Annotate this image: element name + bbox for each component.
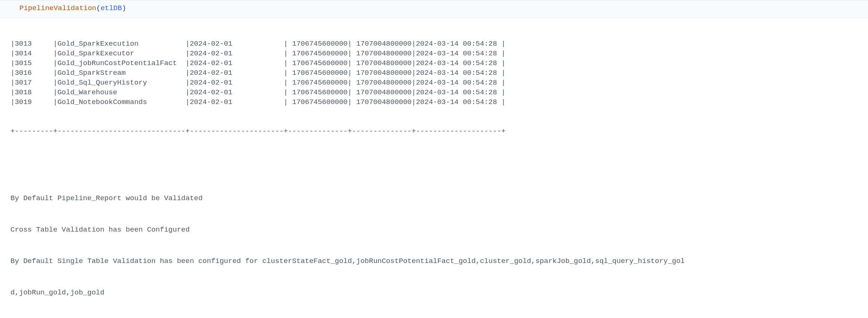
table-row: |3018 |Gold_Warehouse |2024-02-01 | 1706… xyxy=(10,88,868,97)
table-row: |3017 |Gold_Sql_QueryHistory |2024-02-01… xyxy=(10,78,868,88)
msg-single-table-b: d,jobRun_gold,job_gold xyxy=(10,287,868,298)
validation-messages: By Default Pipeline_Report would be Vali… xyxy=(10,172,868,318)
table-row: |3016 |Gold_SparkStream |2024-02-01 | 17… xyxy=(10,68,868,78)
msg-cross-table: Cross Table Validation has been Configur… xyxy=(10,224,868,235)
table-separator: +---------+-----------------------------… xyxy=(10,126,868,136)
table-row: |3014 |Gold_SparkExecutor |2024-02-01 | … xyxy=(10,49,868,58)
table-row: |3015 |Gold_jobRunCostPotentialFact |202… xyxy=(10,58,868,68)
code-input[interactable]: PipelineValidation(etlDB) xyxy=(0,0,868,18)
open-paren: ( xyxy=(96,4,100,12)
cell-output[interactable]: |3013 |Gold_SparkExecution |2024-02-01 |… xyxy=(0,18,868,318)
msg-pipeline-report: By Default Pipeline_Report would be Vali… xyxy=(10,193,868,204)
notebook-cell: PipelineValidation(etlDB) |3013 |Gold_Sp… xyxy=(0,0,868,318)
table-row: |3013 |Gold_SparkExecution |2024-02-01 |… xyxy=(10,39,868,49)
function-name: PipelineValidation xyxy=(19,4,96,12)
output-table: |3013 |Gold_SparkExecution |2024-02-01 |… xyxy=(10,39,868,107)
function-arg: etlDB xyxy=(101,4,122,12)
close-paren: ) xyxy=(122,4,126,12)
table-row: |3019 |Gold_NotebookCommands |2024-02-01… xyxy=(10,97,868,107)
msg-single-table-a: By Default Single Table Validation has b… xyxy=(10,256,868,266)
